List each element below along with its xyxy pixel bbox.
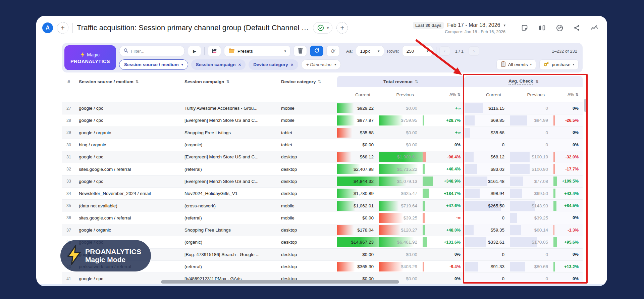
table-row[interactable]: 28google / cpc[Evergreen] Merch Store US…: [62, 114, 583, 126]
table-row[interactable]: 33google / cpc[Evergreen] Merch Store US…: [62, 175, 583, 187]
cell-avg-check-current: $161.48: [465, 176, 510, 187]
add-report-button[interactable]: +: [336, 22, 348, 34]
cell-device: mobile: [278, 114, 337, 126]
presets-dropdown[interactable]: Presets ▾: [224, 46, 290, 56]
chip-label: Session source / medium: [124, 62, 179, 67]
horizontal-scrollbar[interactable]: [161, 280, 399, 284]
dimension-chip-session-source-medium[interactable]: Session source / medium ▾: [119, 59, 188, 70]
cell-source: sites.google.com / referral: [75, 212, 181, 224]
refresh-data-button[interactable]: [310, 46, 323, 56]
insights-icon[interactable]: [555, 24, 564, 32]
table-row[interactable]: 34Newsletter_November_2024 / emailNov202…: [62, 187, 583, 199]
extension-toolbar: Magic PROANALYTICS ▶ Presets ▾: [62, 43, 583, 72]
value-bar: [379, 225, 401, 235]
trend-sparkle-icon[interactable]: [590, 24, 598, 32]
sort-icon[interactable]: ⇅: [415, 79, 418, 84]
col-header-source[interactable]: Session source / medium ⇅: [75, 79, 181, 84]
compare-columns-icon[interactable]: [538, 24, 546, 32]
cell-avg-check-previous: $39.25: [510, 212, 553, 224]
close-icon[interactable]: ×: [238, 62, 241, 67]
avatar[interactable]: A: [42, 22, 53, 33]
table-row[interactable]: 27google / cpcTurtly Awesome Accesories …: [62, 102, 583, 114]
subcol-previous[interactable]: Previous: [379, 92, 423, 97]
delta-bar: [423, 115, 424, 125]
font-size-dropdown[interactable]: 13px ▾: [356, 46, 384, 56]
vertical-scrollbar[interactable]: [584, 99, 587, 112]
cell-device: desktop: [278, 249, 337, 260]
save-preset-button[interactable]: [208, 46, 221, 56]
value-bar: [465, 262, 478, 271]
table-row[interactable]: 30bing / organic(organic)tablet$0.00$0.0…: [62, 139, 583, 151]
sync-icon: [314, 48, 320, 54]
cell-campaign: [Evergreen] Merch Store US and C...: [181, 114, 278, 126]
toolbar-divider: [204, 47, 205, 55]
badge-line1: PROANALYTICS: [85, 248, 141, 256]
table-row[interactable]: 32sites.google.com / referral(referral)d…: [62, 163, 583, 175]
subcol-delta[interactable]: Δ% ⇅: [423, 92, 465, 97]
cell-total-revenue-previous: $0.00: [379, 249, 423, 260]
add-tab-button[interactable]: +: [57, 22, 68, 34]
sort-icon[interactable]: ⇅: [136, 79, 139, 84]
row-index: 36: [62, 212, 75, 224]
table-row[interactable]: 31google / cpc[Evergreen] Merch Store US…: [62, 151, 583, 163]
magic-proanalytics-button[interactable]: Magic PROANALYTICS: [64, 45, 116, 70]
add-dimension-button[interactable]: + Dimension ▾: [301, 59, 341, 70]
key-event-dropdown[interactable]: purchase ▾: [539, 59, 579, 70]
sort-icon[interactable]: ⇅: [535, 79, 539, 84]
subcol-delta[interactable]: Δ% ⇅: [553, 92, 583, 97]
value-bar: [379, 201, 399, 210]
col-header-device[interactable]: Device category ⇅: [278, 79, 337, 84]
filter-input[interactable]: [131, 49, 174, 54]
col-header-campaign[interactable]: Session campaign ⇅: [181, 79, 278, 84]
subcol-previous[interactable]: Previous: [510, 92, 553, 97]
col-label: Session source / medium: [79, 79, 133, 84]
table-row[interactable]: 36sites.google.com / referral(referral)m…: [62, 212, 583, 224]
clipboard-icon: [501, 61, 506, 68]
cell-source: google / cpc: [75, 114, 181, 126]
filter-field[interactable]: [119, 46, 185, 56]
delete-preset-button[interactable]: [293, 46, 307, 56]
chevron-right-icon: ›: [473, 48, 475, 54]
subcol-current[interactable]: Current: [337, 92, 379, 97]
value-bar: [510, 213, 517, 223]
cell-total-revenue-previous: $1,715.22: [379, 163, 423, 175]
key-icon: [544, 61, 549, 67]
cell-total-revenue-delta: 0%: [423, 273, 465, 285]
chip-label: Device category: [253, 62, 288, 67]
sort-icon[interactable]: ⇅: [575, 92, 579, 97]
cell-avg-check-previous: $170.05: [510, 236, 553, 248]
rows-per-page-dropdown[interactable]: 250 ▾: [402, 46, 433, 56]
app-window: A + Traffic acquisition: Session primary…: [36, 16, 607, 286]
cell-campaign: (organic): [181, 236, 278, 248]
report-status-dropdown[interactable]: ▾: [313, 22, 333, 34]
table-row[interactable]: 37google / organicShopping Free Listings…: [62, 224, 583, 236]
date-range-picker[interactable]: Last 30 days Feb 17 - Mar 18, 2026 ▾ Com…: [413, 22, 507, 34]
dimension-chip-session-campaign[interactable]: Session campaign ×: [191, 59, 246, 70]
close-icon[interactable]: ×: [291, 62, 293, 67]
cell-total-revenue-previous: $0.00: [379, 139, 423, 151]
cell-avg-check-previous: $80.66: [510, 261, 553, 272]
sort-icon[interactable]: ⇅: [457, 92, 461, 97]
cell-total-revenue-current: $977.87: [337, 114, 379, 126]
magic-label: Magic: [87, 52, 99, 57]
sort-icon[interactable]: ⇅: [226, 79, 230, 84]
col-group-avg-check[interactable]: Avg. Check ⇅: [465, 76, 583, 87]
all-events-dropdown[interactable]: All events ▾: [496, 59, 536, 70]
cell-avg-check-current: $35.68: [465, 127, 510, 139]
sort-icon[interactable]: ⇅: [318, 79, 321, 84]
note-icon[interactable]: [521, 24, 529, 32]
table-row[interactable]: 29google / organicShopping Free Listings…: [62, 127, 583, 139]
delta-bar: [423, 164, 425, 174]
subcol-current[interactable]: Current: [465, 92, 510, 97]
rows-label: Rows:: [387, 49, 399, 54]
col-group-total-revenue[interactable]: Total revenue ⇅: [337, 76, 465, 87]
cell-total-revenue-delta: 0%: [423, 249, 465, 260]
table-row[interactable]: 35(data not available)(cross-network)mob…: [62, 199, 583, 211]
apply-filter-button[interactable]: ▶: [188, 46, 201, 56]
percent-format-toggle[interactable]: 0/: [326, 46, 340, 56]
cell-avg-check-delta: 0%: [553, 139, 583, 151]
prev-page-button[interactable]: ‹: [439, 46, 450, 56]
next-page-button[interactable]: ›: [469, 46, 479, 56]
dimension-chip-device-category[interactable]: Device category ×: [249, 59, 298, 70]
share-icon[interactable]: [573, 24, 581, 32]
